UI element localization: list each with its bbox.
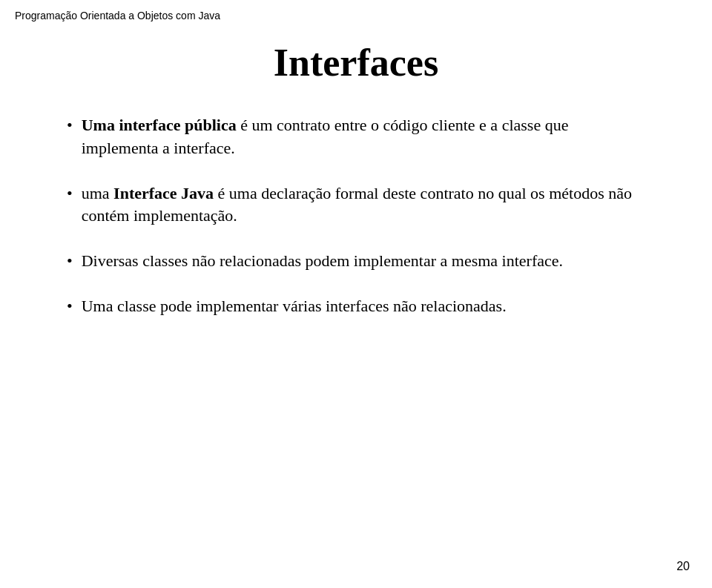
- bullet-item-2: • uma Interface Java é uma declaração fo…: [67, 182, 645, 228]
- header-text: Programação Orientada a Objetos com Java: [15, 10, 220, 22]
- bullet-text-1: Uma interface pública é um contrato entr…: [82, 114, 645, 160]
- bullet-text-4: Uma classe pode implementar várias inter…: [82, 295, 507, 318]
- title-text: Interfaces: [274, 42, 438, 84]
- bullet-icon-3: •: [67, 251, 73, 271]
- bullet-text-3: Diversas classes não relacionadas podem …: [82, 250, 563, 273]
- slide-container: Programação Orientada a Objetos com Java…: [0, 0, 712, 588]
- bullet-text-2: uma Interface Java é uma declaração form…: [82, 182, 645, 228]
- bullet-item-3: • Diversas classes não relacionadas pode…: [67, 250, 645, 273]
- slide-content: • Uma interface pública é um contrato en…: [44, 114, 668, 318]
- bullet-icon-1: •: [67, 116, 73, 135]
- bullet-item-4: • Uma classe pode implementar várias int…: [67, 295, 645, 318]
- bullet-icon-4: •: [67, 297, 73, 316]
- bullet-item-1: • Uma interface pública é um contrato en…: [67, 114, 645, 160]
- page-number: 20: [676, 560, 690, 573]
- bullet-icon-2: •: [67, 184, 73, 203]
- slide-header: Programação Orientada a Objetos com Java: [15, 9, 220, 22]
